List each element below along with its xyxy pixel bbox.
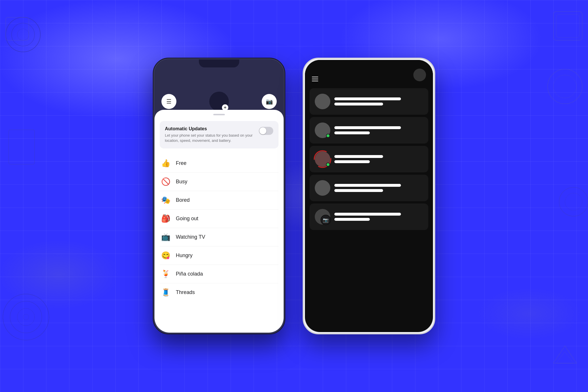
contact-avatar: 📷 [315, 209, 330, 225]
contact-line [334, 131, 370, 134]
status-label-hungry: Hungry [176, 252, 193, 259]
auto-updates-description: Let your phone set your status for you b… [165, 133, 256, 143]
status-emoji-threads: 🧵 [161, 288, 171, 297]
left-phone-notch [199, 59, 239, 67]
right-phone: 📷 [303, 58, 435, 334]
status-emoji-hungry: 😋 [161, 251, 171, 260]
status-emoji-free: 👍 [161, 159, 171, 168]
status-emoji-watching-tv: 📺 [161, 233, 171, 242]
auto-updates-toggle[interactable] [259, 127, 273, 135]
status-emoji-busy: 🚫 [161, 177, 171, 186]
right-phone-notch [350, 60, 388, 67]
camera-badge: 📷 [321, 215, 331, 225]
list-item[interactable] [310, 117, 428, 144]
contact-line [334, 189, 383, 192]
contact-list: 📷 [305, 86, 433, 332]
right-phone-avatar [413, 69, 426, 81]
list-item[interactable]: 🚫 Busy [160, 173, 278, 191]
status-label-pina-colada: Piña colada [176, 271, 203, 277]
online-indicator [326, 163, 330, 167]
phones-container: ☰ + 📷 Automatic Updates Le [0, 0, 588, 392]
online-indicator [326, 134, 330, 138]
contact-line [334, 218, 370, 221]
list-item[interactable]: 🍹 Piña colada [160, 265, 278, 283]
status-emoji-pina-colada: 🍹 [161, 270, 171, 278]
status-sheet: Automatic Updates Let your phone set you… [154, 110, 284, 333]
status-label-free: Free [176, 160, 186, 166]
list-item[interactable] [310, 146, 428, 172]
auto-updates-card: Automatic Updates Let your phone set you… [160, 121, 278, 148]
status-label-watching-tv: Watching TV [176, 234, 205, 240]
contact-line [334, 103, 383, 105]
status-label-bored: Bored [176, 197, 190, 203]
menu-button[interactable]: ☰ [161, 94, 176, 109]
camera-icon: 📷 [323, 217, 329, 223]
contact-avatar [315, 151, 330, 167]
contact-line [334, 155, 383, 158]
contact-line [334, 184, 401, 187]
list-item[interactable]: 🎭 Bored [160, 191, 278, 210]
contact-info [334, 213, 423, 221]
status-emoji-going-out: 🎒 [161, 214, 171, 223]
list-item[interactable]: 📺 Watching TV [160, 228, 278, 246]
auto-updates-title: Automatic Updates [165, 126, 256, 131]
contact-info [334, 155, 423, 163]
contact-info [334, 126, 423, 134]
status-list: 👍 Free 🚫 Busy 🎭 Bored 🎒 Going out [154, 154, 284, 301]
contact-avatar [315, 180, 330, 196]
list-item[interactable]: 😋 Hungry [160, 246, 278, 265]
contact-line [334, 160, 370, 163]
hamburger-menu-button[interactable] [312, 77, 318, 81]
list-item[interactable]: 👍 Free [160, 154, 278, 173]
status-emoji-bored: 🎭 [161, 196, 171, 205]
contact-info [334, 184, 423, 192]
left-phone-header: ☰ + 📷 [154, 59, 284, 117]
camera-icon: 📷 [266, 98, 273, 105]
avatar-button[interactable]: + [209, 92, 229, 111]
contact-line [334, 126, 401, 129]
contact-line [334, 97, 401, 100]
contact-avatar [315, 122, 330, 138]
menu-icon: ☰ [166, 98, 171, 105]
contact-line [334, 213, 401, 216]
status-label-going-out: Going out [176, 216, 198, 222]
list-item[interactable]: 📷 [310, 203, 428, 230]
contact-avatar [315, 94, 330, 109]
list-item[interactable] [310, 88, 428, 115]
status-label-busy: Busy [176, 179, 187, 185]
list-item[interactable] [310, 175, 428, 201]
sheet-handle [213, 114, 225, 115]
status-label-threads: Threads [176, 289, 195, 295]
list-item[interactable]: 🧵 Threads [160, 283, 278, 301]
contact-info [334, 97, 423, 105]
list-item[interactable]: 🎒 Going out [160, 210, 278, 228]
camera-button[interactable]: 📷 [262, 94, 277, 109]
left-phone: ☰ + 📷 Automatic Updates Le [153, 58, 285, 334]
